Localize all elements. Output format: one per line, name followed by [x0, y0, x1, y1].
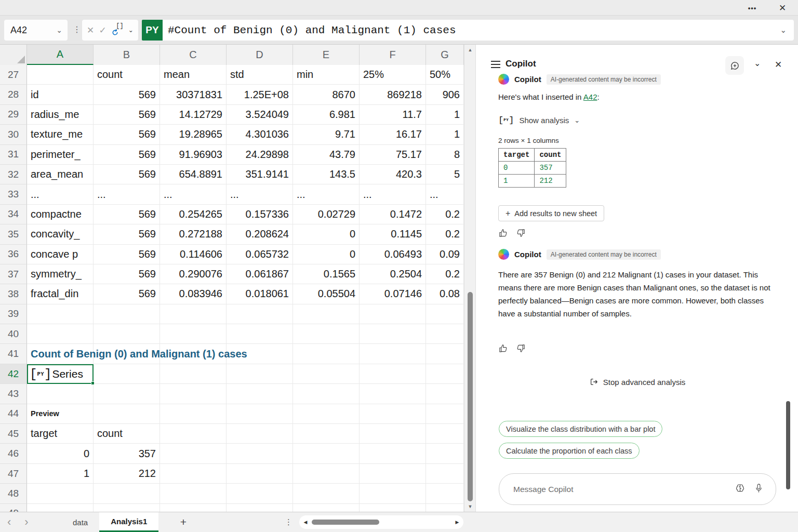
column-header-F[interactable]: F [360, 45, 426, 65]
grid-cell[interactable]: 0.018061 [227, 284, 293, 304]
grid-hscroll-thumb[interactable] [312, 520, 379, 525]
grid-cell[interactable]: 0.254265 [160, 205, 227, 224]
grid-cell[interactable] [426, 444, 464, 463]
grid-vertical-scrollbar[interactable]: ▲ ▼ [464, 45, 475, 512]
column-header-A[interactable]: A [27, 45, 94, 65]
grid-cell[interactable] [293, 404, 360, 424]
grid-cell[interactable]: 0.1565 [293, 264, 360, 284]
grid-cell[interactable]: 569 [94, 85, 160, 104]
grid-cell[interactable]: 1.25E+08 [227, 85, 293, 104]
grid-cell[interactable] [27, 324, 94, 344]
sheet-tab-data[interactable]: data [61, 512, 99, 532]
scroll-right-icon[interactable]: ▶ [451, 520, 463, 525]
grid-cell[interactable]: min [293, 65, 360, 85]
grid-cell[interactable] [426, 304, 464, 324]
row-header-40[interactable]: 40 [0, 324, 27, 344]
grid-cell[interactable] [426, 404, 464, 424]
formula-kebab-icon[interactable]: ⋮ [73, 24, 81, 34]
new-chat-icon[interactable] [725, 56, 744, 75]
grid-cell[interactable] [160, 424, 227, 444]
grid-cell[interactable]: 0.065732 [227, 245, 293, 264]
grid-cell[interactable]: 11.7 [360, 105, 426, 125]
row-header-29[interactable]: 29 [0, 105, 27, 125]
grid-cell[interactable]: 569 [94, 125, 160, 144]
grid-cell[interactable]: 0.290076 [160, 264, 227, 284]
grid-cell[interactable]: 0.083946 [160, 284, 227, 304]
grid-cell[interactable] [360, 444, 426, 463]
grid-cell[interactable] [160, 484, 227, 503]
show-analysis-toggle[interactable]: [PY] Show analysis ⌄ [498, 115, 580, 125]
grid-cell[interactable]: 351.9141 [227, 165, 293, 184]
close-panel-icon[interactable]: ✕ [775, 59, 782, 70]
grid-cell[interactable]: area_mean [27, 165, 94, 184]
python-refresh-icon[interactable]: [] [111, 24, 124, 36]
grid-cell[interactable]: 0 [293, 245, 360, 264]
name-box[interactable]: A42 ⌄ [4, 20, 68, 41]
grid-cell[interactable] [293, 444, 360, 463]
grid-cell[interactable] [94, 384, 160, 404]
column-header-B[interactable]: B [94, 45, 160, 65]
microphone-icon[interactable] [754, 483, 763, 495]
grid-cell[interactable]: 0.2504 [360, 264, 426, 284]
grid-cell[interactable]: 0.1472 [360, 205, 426, 224]
sheet-tab-Analysis1[interactable]: Analysis1 [99, 512, 158, 532]
formula-expand-icon[interactable]: ⌄ [780, 25, 794, 35]
grid-cell[interactable]: 357 [94, 444, 160, 463]
grid-cell[interactable] [227, 364, 293, 384]
grid-cell[interactable]: 43.79 [293, 145, 360, 165]
copilot-message-input[interactable]: Message Copilot [499, 473, 776, 505]
name-box-chevron-icon[interactable]: ⌄ [56, 26, 68, 34]
grid-cell[interactable]: 569 [94, 245, 160, 264]
grid-cell[interactable] [227, 484, 293, 503]
grid-cell[interactable] [360, 484, 426, 503]
next-sheet-icon[interactable]: › [24, 515, 28, 529]
row-header-33[interactable]: 33 [0, 184, 27, 204]
python-refresh-chevron-icon[interactable]: ⌄ [128, 26, 134, 34]
grid-cell[interactable]: ... [27, 184, 94, 204]
grid-cell[interactable]: 569 [94, 145, 160, 165]
grid-cell[interactable] [426, 364, 464, 384]
row-header-41[interactable]: 41 [0, 344, 27, 364]
grid-cell[interactable] [94, 404, 160, 424]
hscroll-kebab-icon[interactable]: ⋮ [285, 512, 292, 532]
thumbs-down-icon[interactable] [516, 343, 526, 355]
grid-cell[interactable] [227, 444, 293, 463]
grid-cell[interactable]: 569 [94, 284, 160, 304]
grid-cell[interactable]: 0.061867 [227, 264, 293, 284]
grid-cell[interactable] [293, 324, 360, 344]
grid-cell[interactable]: compactne [27, 205, 94, 224]
row-header-36[interactable]: 36 [0, 245, 27, 264]
grid-cell[interactable]: 4.301036 [227, 125, 293, 144]
column-header-G[interactable]: G [426, 45, 464, 65]
grid-cell[interactable]: 8 [426, 145, 464, 165]
row-header-47[interactable]: 47 [0, 464, 27, 484]
grid-cell[interactable]: 3.524049 [227, 105, 293, 125]
grid-cell[interactable]: ... [94, 184, 160, 204]
row-header-42[interactable]: 42 [0, 364, 27, 384]
grid-cell[interactable]: 0.114606 [160, 245, 227, 264]
grid-cell[interactable] [160, 504, 227, 512]
grid-cell[interactable] [27, 65, 94, 85]
grid-cell[interactable] [360, 424, 426, 444]
grid-cell[interactable] [360, 304, 426, 324]
scroll-down-icon[interactable]: ▼ [464, 504, 476, 509]
row-header-31[interactable]: 31 [0, 145, 27, 165]
row-header-49[interactable]: 49 [0, 504, 27, 512]
grid-cell[interactable]: radius_me [27, 105, 94, 125]
fill-handle[interactable] [91, 381, 95, 385]
grid-cell[interactable] [293, 484, 360, 503]
grid-cell[interactable]: 24.29898 [227, 145, 293, 165]
grid-cell[interactable]: 569 [94, 205, 160, 224]
grid-cell[interactable]: 75.17 [360, 145, 426, 165]
grid-cell[interactable] [360, 404, 426, 424]
grid-cell[interactable]: 0.09 [426, 245, 464, 264]
row-header-39[interactable]: 39 [0, 304, 27, 324]
grid-cell[interactable]: 0.06493 [360, 245, 426, 264]
grid-cell[interactable]: texture_me [27, 125, 94, 144]
grid-cell[interactable] [94, 484, 160, 503]
grid-cell[interactable] [426, 424, 464, 444]
grid-cell[interactable]: ... [360, 184, 426, 204]
grid-cell[interactable] [160, 384, 227, 404]
row-header-27[interactable]: 27 [0, 65, 27, 85]
grid-cell[interactable]: 654.8891 [160, 165, 227, 184]
